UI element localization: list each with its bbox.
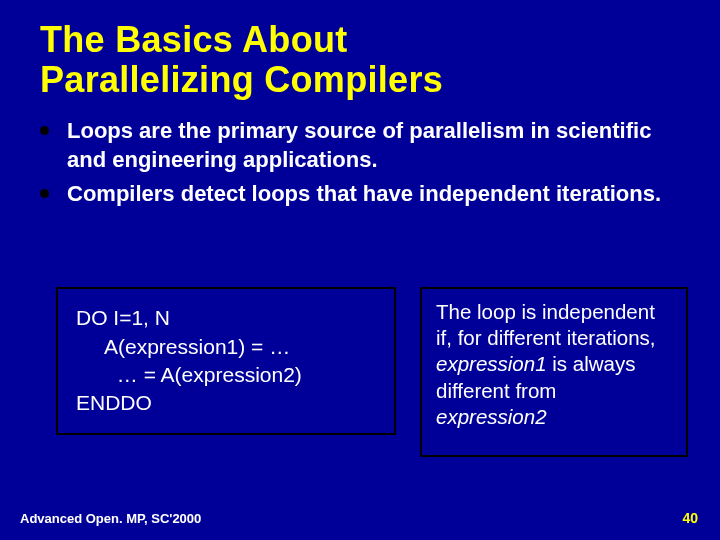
explanation-box: The loop is independent if, for differen… xyxy=(420,287,688,457)
list-item: Loops are the primary source of parallel… xyxy=(40,117,680,174)
bullet-text: Compilers detect loops that have indepen… xyxy=(67,180,661,209)
bullet-icon xyxy=(40,189,49,198)
title-line-2: Parallelizing Compilers xyxy=(40,59,443,100)
slide-title: The Basics About Parallelizing Compilers xyxy=(0,0,720,99)
bullet-list: Loops are the primary source of parallel… xyxy=(0,99,720,209)
page-number: 40 xyxy=(682,510,698,526)
bullet-icon xyxy=(40,126,49,135)
content-row: DO I=1, N A(expression1) = … … = A(expre… xyxy=(0,215,720,457)
footer-left: Advanced Open. MP, SC'2000 xyxy=(20,511,201,526)
code-line: A(expression1) = … xyxy=(76,333,376,361)
explain-text: The loop is independent if, for differen… xyxy=(436,300,656,349)
expression2-term: expression2 xyxy=(436,405,547,428)
title-line-1: The Basics About xyxy=(40,19,348,60)
expression1-term: expression1 xyxy=(436,352,547,375)
code-box: DO I=1, N A(expression1) = … … = A(expre… xyxy=(56,287,396,435)
list-item: Compilers detect loops that have indepen… xyxy=(40,180,680,209)
bullet-text: Loops are the primary source of parallel… xyxy=(67,117,680,174)
code-line: DO I=1, N xyxy=(76,304,376,332)
code-line: ENDDO xyxy=(76,389,376,417)
code-line: … = A(expression2) xyxy=(76,361,376,389)
